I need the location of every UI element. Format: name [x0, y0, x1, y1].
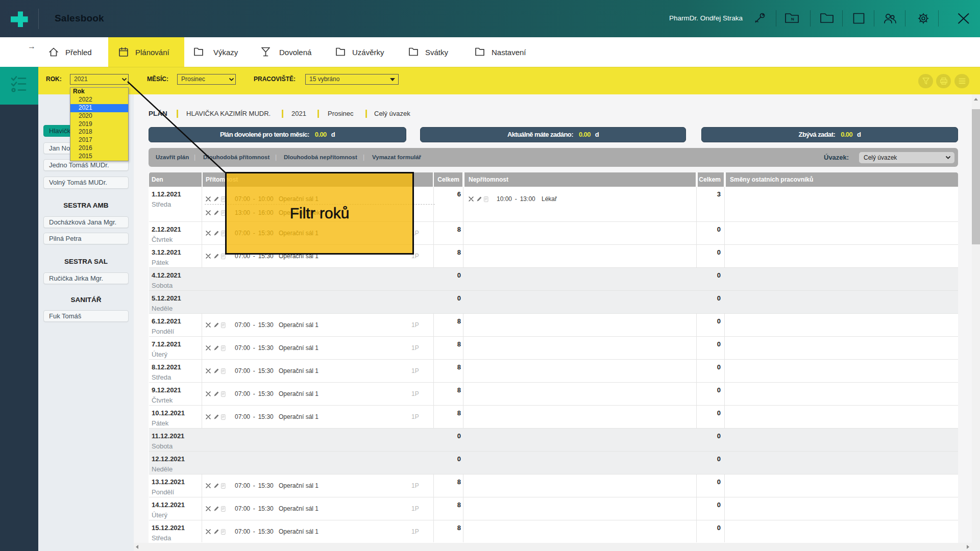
svg-text:N: N: [791, 17, 794, 21]
